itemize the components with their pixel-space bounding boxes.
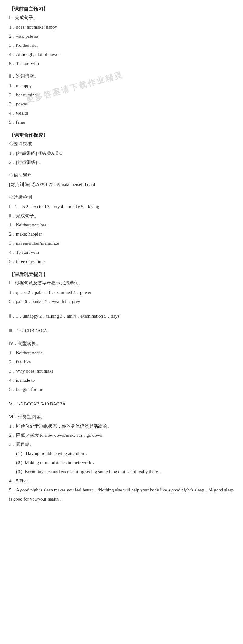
sub-grammar-label: ◇语法聚焦	[9, 172, 234, 178]
section-preview-title: 【课前自主预习】	[9, 6, 234, 12]
sub-check-label: ◇达标检测	[9, 195, 234, 200]
sub-check: ◇达标检测 Ⅰ．1．is 2．excited 3．cry 4．to take 5…	[9, 195, 234, 266]
page-content: 【课前自主预习】 Ⅰ．完成句子。 1．does; not make; happy…	[9, 6, 234, 504]
section-preview: 【课前自主预习】 Ⅰ．完成句子。 1．does; not make; happy…	[9, 6, 234, 127]
sub-grammar: ◇语法聚焦 [对点训练] ①A ②B ③C ④make herself hear…	[9, 172, 234, 189]
list-item: 5．bought; for me	[9, 385, 234, 394]
list-item: 5．three days' time	[9, 257, 234, 266]
list-item: 1．[对点训练] ①A ②A ③C	[9, 149, 234, 158]
list-item: 2．make; happier	[9, 229, 234, 239]
section-classroom-title: 【课堂合作探究】	[9, 132, 234, 139]
list-item: 5．pale 6．banker 7．wealth 8．grey	[9, 297, 234, 306]
sub-fill-blank-1: Ⅱ．选词填空。 1．unhappy 2．body; mind 3．power 4…	[9, 74, 234, 127]
sub-key-points: ◇要点突破 1．[对点训练] ①A ②A ③C 2．[对点训练] C	[9, 141, 234, 167]
list-item: 3．us remember/memorize	[9, 239, 234, 248]
list-item: 5．A good night's sleep makes you feel be…	[9, 485, 234, 504]
sub-complete-word-label: Ⅰ．根据句意及首字母提示完成单词。	[9, 280, 234, 286]
sub-iii: Ⅲ．1~7 CDBDACA	[9, 326, 234, 335]
list-item: （3）Becoming sick and even starting seein…	[9, 467, 234, 476]
list-item: 3．Why does; not make	[9, 367, 234, 376]
sub-ii: Ⅱ．1．unhappy 2．talking 3．am 4．examination…	[9, 312, 234, 321]
sub-ii-label: Ⅱ．1．unhappy 2．talking 3．am 4．examination…	[9, 312, 234, 321]
list-item: 2．body; mind	[9, 90, 234, 99]
list-item: Ⅰ．1．is 2．excited 3．cry 4．to take 5．losin…	[9, 202, 234, 211]
list-item: [对点训练] ①A ②B ③C ④make herself heard	[9, 180, 234, 189]
list-item: （2）Making more mistakes in their work．	[9, 458, 234, 467]
list-item: 4．is made to	[9, 376, 234, 385]
sub-v-label: Ⅴ．1-5 BCCAB 6-10 BACBA	[9, 399, 234, 408]
list-item: 2．[对点训练] C	[9, 158, 234, 167]
list-item: 1．unhappy	[9, 81, 234, 90]
list-item: 1．queen 2．palace 3．examined 4．power	[9, 288, 234, 297]
list-item: 1．即使你处于睡眠状态，你的身体仍然是活跃的。	[9, 422, 234, 431]
list-item: 1．Neither; nor; has	[9, 220, 234, 229]
sub-complete-sentence-1-label: Ⅰ．完成句子。	[9, 15, 234, 21]
list-item: 3．power	[9, 99, 234, 108]
sub-iii-label: Ⅲ．1~7 CDBDACA	[9, 326, 234, 335]
sub-key-points-label: ◇要点突破	[9, 141, 234, 147]
list-item: Ⅱ．完成句子。	[9, 211, 234, 220]
list-item: 1．does; not make; happy	[9, 22, 234, 32]
section-consolidation: 【课后巩固提升】 Ⅰ．根据句意及首字母提示完成单词。 1．queen 2．pal…	[9, 271, 234, 504]
list-item: 4．wealth	[9, 108, 234, 118]
list-item: 1．Neither; nor;is	[9, 348, 234, 357]
sub-fill-blank-1-label: Ⅱ．选词填空。	[9, 74, 234, 79]
sub-sentence-transform-label: Ⅳ．句型转换。	[9, 341, 234, 346]
list-item: 3．题目略。	[9, 440, 234, 449]
list-item: 2．降低／减缓 to slow down/make sth．go down	[9, 431, 234, 440]
sub-reading-label: Ⅵ．任务型阅读。	[9, 414, 234, 420]
list-item: 4．To start with	[9, 248, 234, 257]
list-item: 4．5/Five．	[9, 476, 234, 485]
list-item: 5．fame	[9, 118, 234, 127]
sub-complete-sentence-1: Ⅰ．完成句子。 1．does; not make; happy 2．was; p…	[9, 15, 234, 68]
section-classroom: 【课堂合作探究】 ◇要点突破 1．[对点训练] ①A ②A ③C 2．[对点训练…	[9, 132, 234, 266]
list-item: 3．Neither; nor	[9, 41, 234, 50]
list-item: （1） Having trouble paying attention．	[9, 449, 234, 458]
section-consolidation-title: 【课后巩固提升】	[9, 271, 234, 278]
list-item: 2．feel like	[9, 357, 234, 367]
sub-v: Ⅴ．1-5 BCCAB 6-10 BACBA	[9, 399, 234, 408]
sub-sentence-transform: Ⅳ．句型转换。 1．Neither; nor;is 2．feel like 3．…	[9, 341, 234, 394]
list-item: 2．was; pale as	[9, 32, 234, 41]
sub-complete-word: Ⅰ．根据句意及首字母提示完成单词。 1．queen 2．palace 3．exa…	[9, 280, 234, 306]
list-item: 5．To start with	[9, 59, 234, 68]
sub-reading: Ⅵ．任务型阅读。 1．即使你处于睡眠状态，你的身体仍然是活跃的。 2．降低／减缓…	[9, 414, 234, 504]
list-item: 4．Although;a lot of power	[9, 50, 234, 59]
